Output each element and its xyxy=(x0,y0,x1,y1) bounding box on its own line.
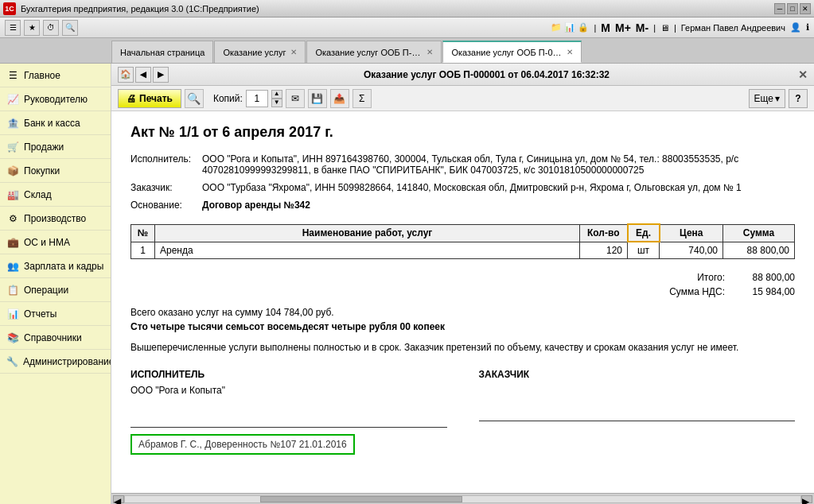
sigma-button[interactable]: Σ xyxy=(352,89,372,108)
window-controls: ─ □ ✕ xyxy=(774,3,811,14)
title-bar: 1С Бухгалтерия предприятия, редакция 3.0… xyxy=(0,0,814,17)
sidebar-item-salary[interactable]: 👥 Зарплата и кадры xyxy=(0,254,111,278)
row-name: Аренда xyxy=(155,242,580,259)
completion-text: Вышеперечисленные услуги выполнены полно… xyxy=(130,342,795,353)
tab-doc2-close[interactable]: ✕ xyxy=(567,48,573,56)
chevron-down-icon: ▾ xyxy=(775,93,780,104)
scroll-left-button[interactable]: ◀ xyxy=(113,495,124,503)
print-label: Печать xyxy=(139,93,173,104)
production-icon: ⚙ xyxy=(6,212,19,225)
sum-text: Всего оказано услуг на сумму 104 784,00 … xyxy=(130,307,795,318)
client-sig-col: ЗАКАЗЧИК xyxy=(479,369,796,455)
nds-value: 15 984,00 xyxy=(731,286,795,297)
tab-home[interactable]: Начальная страница xyxy=(111,41,213,63)
sidebar-item-manager[interactable]: 📈 Руководителю xyxy=(0,87,111,111)
sidebar-item-reports[interactable]: 📊 Отчеты xyxy=(0,302,111,326)
itogo-row: Итого: 88 800,00 xyxy=(130,272,795,283)
hamburger-icon[interactable]: ☰ xyxy=(5,20,21,36)
close-icon[interactable]: ✕ xyxy=(800,3,811,14)
tab-services[interactable]: Оказание услуг ✕ xyxy=(214,41,306,63)
nav-buttons: 🏠 ◀ ▶ xyxy=(118,67,169,83)
basis-row: Основание: Договор аренды №342 xyxy=(130,200,795,211)
history-icon[interactable]: ⏱ xyxy=(43,20,59,36)
sidebar-label-reference: Справочники xyxy=(24,332,82,343)
main-icon: ☰ xyxy=(6,69,19,82)
sidebar-item-operations[interactable]: 📋 Операции xyxy=(0,278,111,302)
sidebar-item-production[interactable]: ⚙ Производство xyxy=(0,207,111,231)
warehouse-icon: 🏭 xyxy=(6,188,19,201)
tab-doc1-label: Оказание услуг ООБ П-000001 от 06.04.201… xyxy=(315,48,422,57)
scroll-right-button[interactable]: ▶ xyxy=(801,495,812,503)
main-layout: ☰ Главное 📈 Руководителю 🏦 Банк и касса … xyxy=(0,64,814,504)
tab-doc1[interactable]: Оказание услуг ООБ П-000001 от 06.04.201… xyxy=(306,41,442,63)
copies-spin: ▲ ▼ xyxy=(271,90,282,107)
act-title: Акт № 1/1 от 6 апреля 2017 г. xyxy=(130,124,795,141)
more-button[interactable]: Еще ▾ xyxy=(749,89,785,108)
m-icon: M xyxy=(601,21,610,34)
tab-doc2-label: Оказание услуг ООБ П-000001 от 06.04.201… xyxy=(451,48,562,57)
sidebar-item-sales[interactable]: 🛒 Продажи xyxy=(0,135,111,159)
executor-sig-label: ИСПОЛНИТЕЛЬ xyxy=(130,369,447,380)
col-total: Сумма xyxy=(723,224,795,242)
sidebar-item-warehouse[interactable]: 🏭 Склад xyxy=(0,183,111,207)
user-icon: 👤 xyxy=(790,22,801,33)
app-title: Бухгалтерия предприятия, редакция 3.0 (1… xyxy=(21,4,774,14)
signatures-row: ИСПОЛНИТЕЛЬ ООО "Рога и Копыта" Абрамов … xyxy=(130,369,795,455)
tab-doc1-close[interactable]: ✕ xyxy=(426,48,433,56)
sidebar-item-purchases[interactable]: 📦 Покупки xyxy=(0,159,111,183)
copies-down-button[interactable]: ▼ xyxy=(271,99,282,107)
help-label: ? xyxy=(795,93,800,104)
col-unit: Ед. xyxy=(628,224,660,242)
sidebar-label-purchases: Покупки xyxy=(24,165,60,176)
sig-highlighted-text: Абрамов Г. С., Доверенность №107 21.01.2… xyxy=(130,434,355,455)
sum-words: Сто четыре тысячи семьсот восемьдесят че… xyxy=(130,321,795,332)
tab-home-label: Начальная страница xyxy=(120,48,204,57)
client-label: Заказчик: xyxy=(130,182,202,193)
star-icon[interactable]: ★ xyxy=(24,20,40,36)
scroll-track[interactable] xyxy=(124,495,801,503)
forward-button[interactable]: ▶ xyxy=(153,67,169,83)
sales-icon: 🛒 xyxy=(6,141,19,153)
executor-label: Исполнитель: xyxy=(130,153,202,176)
more-label: Еще xyxy=(754,93,773,104)
reports-icon: 📊 xyxy=(6,308,19,320)
search-icon[interactable]: 🔍 xyxy=(62,20,78,36)
copies-up-button[interactable]: ▲ xyxy=(271,90,282,99)
user-name: Герман Павел Андреевич xyxy=(681,23,785,33)
tab-services-close[interactable]: ✕ xyxy=(290,48,297,56)
separator2: | xyxy=(653,23,656,33)
sidebar-item-main[interactable]: ☰ Главное xyxy=(0,64,111,87)
restore-icon[interactable]: □ xyxy=(787,3,798,14)
client-sig-line xyxy=(479,405,796,421)
executor-sig-line xyxy=(130,412,447,428)
info-icon[interactable]: ℹ xyxy=(806,22,809,33)
home-nav-button[interactable]: 🏠 xyxy=(118,67,134,83)
printer-icon: 🖨 xyxy=(127,93,136,104)
sidebar-label-production: Производство xyxy=(24,213,86,224)
copies-input[interactable] xyxy=(246,90,268,107)
minimize-icon[interactable]: ─ xyxy=(774,3,785,14)
sidebar-item-reference[interactable]: 📚 Справочники xyxy=(0,326,111,350)
sidebar-item-admin[interactable]: 🔧 Администрирование xyxy=(0,350,111,374)
send-button[interactable]: 📤 xyxy=(330,89,349,108)
preview-button[interactable]: 🔍 xyxy=(185,89,204,108)
row-price: 740,00 xyxy=(660,242,723,259)
purchases-icon: 📦 xyxy=(6,165,19,177)
print-button[interactable]: 🖨 Печать xyxy=(118,89,181,108)
col-num: № xyxy=(131,224,155,242)
tab-doc2[interactable]: Оказание услуг ООБ П-000001 от 06.04.201… xyxy=(442,41,582,63)
executor-value: ООО "Рога и Копыта", ИНН 897164398760, 3… xyxy=(202,153,795,176)
help-button[interactable]: ? xyxy=(789,89,808,108)
email-button[interactable]: ✉ xyxy=(286,89,305,108)
back-button[interactable]: ◀ xyxy=(135,67,151,83)
doc-content: Акт № 1/1 от 6 апреля 2017 г. Исполнител… xyxy=(111,111,814,493)
save-button[interactable]: 💾 xyxy=(308,89,327,108)
sidebar-label-bank: Банк и касса xyxy=(24,118,80,129)
col-price: Цена xyxy=(660,224,723,242)
doc-close-icon[interactable]: ✕ xyxy=(798,68,808,81)
operations-icon: 📋 xyxy=(6,284,19,297)
sidebar-item-bank[interactable]: 🏦 Банк и касса xyxy=(0,111,111,135)
horizontal-scrollbar[interactable]: ◀ ▶ xyxy=(111,493,814,504)
m-plus-icon: M- xyxy=(636,21,648,34)
sidebar-item-os[interactable]: 💼 ОС и НМА xyxy=(0,231,111,254)
